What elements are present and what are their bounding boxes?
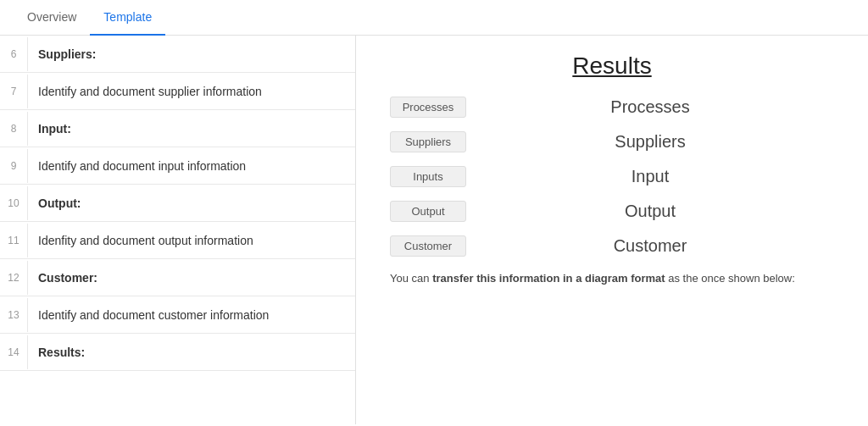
result-pair: ProcessesProcesses	[390, 97, 834, 118]
row-number: 9	[0, 147, 27, 184]
row-content: Identify and document input information	[27, 149, 355, 183]
row-content: Identify and document supplier informati…	[27, 75, 355, 108]
table-row: 6Suppliers:	[0, 36, 355, 73]
row-content: Input:	[27, 112, 355, 146]
row-number: 10	[0, 185, 27, 221]
row-content: Output:	[27, 186, 355, 220]
tab-bar: Overview Template	[0, 0, 868, 36]
row-number: 6	[0, 36, 27, 72]
table-row: 13Identify and document customer informa…	[0, 296, 355, 334]
results-title: Results	[390, 53, 834, 80]
result-pair: SuppliersSuppliers	[390, 131, 834, 152]
table-row: 9Identify and document input information	[0, 147, 355, 185]
table-row: 12Customer:	[0, 259, 355, 296]
result-label: Input	[466, 167, 834, 186]
table-row: 14Results:	[0, 334, 355, 371]
left-panel: 6Suppliers:7Identify and document suppli…	[0, 36, 356, 424]
result-label: Output	[466, 202, 834, 221]
transfer-text-prefix: You can	[390, 272, 432, 285]
result-pair: InputsInput	[390, 166, 834, 187]
result-badge: Suppliers	[390, 131, 466, 152]
result-badge: Inputs	[390, 166, 466, 187]
transfer-text-suffix: as the once shown below:	[665, 272, 795, 285]
transfer-text-bold: transfer this information in a diagram f…	[432, 272, 665, 285]
result-label: Customer	[466, 236, 834, 256]
tab-template[interactable]: Template	[90, 0, 165, 36]
table-row: 8Input:	[0, 110, 355, 147]
result-label: Suppliers	[466, 132, 834, 152]
table-row: 11Idenfity and document output informati…	[0, 222, 355, 259]
tab-overview[interactable]: Overview	[14, 0, 90, 36]
row-number: 11	[0, 222, 27, 258]
result-label: Processes	[466, 97, 834, 117]
row-number: 12	[0, 259, 27, 296]
result-pair: CustomerCustomer	[390, 235, 834, 257]
row-number: 7	[0, 73, 27, 109]
row-content: Results:	[27, 335, 355, 369]
row-number: 13	[0, 296, 27, 333]
row-content: Idenfity and document output information	[27, 224, 355, 257]
main-layout: 6Suppliers:7Identify and document suppli…	[0, 36, 868, 424]
transfer-text: You can transfer this information in a d…	[390, 270, 834, 287]
row-number: 14	[0, 334, 27, 370]
table-row: 10Output:	[0, 185, 355, 222]
result-badge: Processes	[390, 97, 466, 118]
row-content: Customer:	[27, 261, 355, 295]
row-content: Suppliers:	[27, 37, 355, 71]
result-pair: OutputOutput	[390, 201, 834, 222]
result-badge: Output	[390, 201, 466, 222]
row-number: 8	[0, 110, 27, 147]
table-row: 7Identify and document supplier informat…	[0, 73, 355, 110]
row-content: Identify and document customer informati…	[27, 298, 355, 332]
right-panel: Results ProcessesProcessesSuppliersSuppl…	[356, 36, 868, 424]
result-badge: Customer	[390, 235, 466, 257]
